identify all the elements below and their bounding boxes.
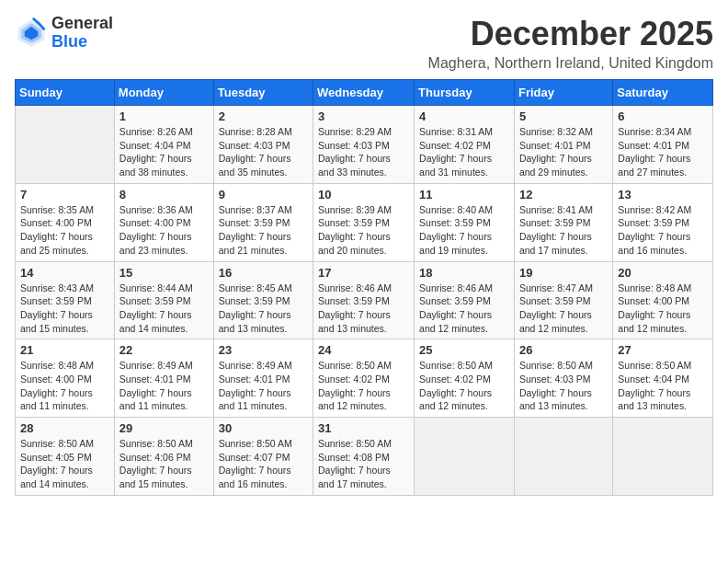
day-number: 9 bbox=[219, 188, 308, 201]
calendar-header-row: SundayMondayTuesdayWednesdayThursdayFrid… bbox=[16, 80, 713, 106]
calendar-cell: 2Sunrise: 8:28 AM Sunset: 4:03 PM Daylig… bbox=[213, 106, 313, 184]
day-info: Sunrise: 8:50 AM Sunset: 4:07 PM Dayligh… bbox=[219, 437, 308, 491]
day-number: 26 bbox=[519, 343, 608, 357]
calendar-cell: 6Sunrise: 8:34 AM Sunset: 4:01 PM Daylig… bbox=[613, 106, 713, 184]
day-info: Sunrise: 8:37 AM Sunset: 3:59 PM Dayligh… bbox=[219, 203, 308, 258]
calendar-cell: 4Sunrise: 8:31 AM Sunset: 4:02 PM Daylig… bbox=[415, 106, 515, 184]
day-number: 5 bbox=[519, 109, 608, 123]
day-info: Sunrise: 8:34 AM Sunset: 4:01 PM Dayligh… bbox=[618, 125, 708, 179]
day-number: 1 bbox=[119, 109, 209, 123]
calendar-cell: 13Sunrise: 8:42 AM Sunset: 3:59 PM Dayli… bbox=[613, 183, 713, 261]
calendar-cell: 1Sunrise: 8:26 AM Sunset: 4:04 PM Daylig… bbox=[114, 106, 213, 184]
day-number: 15 bbox=[119, 266, 209, 280]
day-info: Sunrise: 8:50 AM Sunset: 4:06 PM Dayligh… bbox=[119, 437, 209, 491]
day-number: 3 bbox=[318, 109, 409, 123]
calendar-cell bbox=[415, 418, 515, 496]
day-info: Sunrise: 8:40 AM Sunset: 3:59 PM Dayligh… bbox=[419, 203, 509, 258]
day-number: 12 bbox=[519, 188, 608, 201]
header-monday: Monday bbox=[114, 80, 213, 106]
day-info: Sunrise: 8:50 AM Sunset: 4:02 PM Dayligh… bbox=[318, 359, 409, 413]
calendar-cell: 17Sunrise: 8:46 AM Sunset: 3:59 PM Dayli… bbox=[313, 261, 415, 339]
calendar-cell: 10Sunrise: 8:39 AM Sunset: 3:59 PM Dayli… bbox=[313, 183, 415, 261]
day-info: Sunrise: 8:31 AM Sunset: 4:02 PM Dayligh… bbox=[419, 125, 509, 179]
calendar-cell: 22Sunrise: 8:49 AM Sunset: 4:01 PM Dayli… bbox=[114, 339, 213, 418]
day-number: 25 bbox=[419, 343, 509, 357]
day-number: 23 bbox=[219, 343, 308, 357]
day-number: 31 bbox=[318, 421, 409, 435]
day-number: 30 bbox=[219, 421, 308, 435]
logo-icon bbox=[15, 17, 48, 50]
calendar-cell: 21Sunrise: 8:48 AM Sunset: 4:00 PM Dayli… bbox=[16, 339, 115, 418]
month-title: December 2025 bbox=[428, 15, 713, 53]
day-number: 10 bbox=[318, 188, 409, 201]
calendar-cell: 29Sunrise: 8:50 AM Sunset: 4:06 PM Dayli… bbox=[114, 418, 213, 496]
day-number: 14 bbox=[20, 266, 109, 280]
header-thursday: Thursday bbox=[415, 80, 515, 106]
day-info: Sunrise: 8:49 AM Sunset: 4:01 PM Dayligh… bbox=[119, 359, 209, 413]
logo: General Blue bbox=[15, 15, 113, 52]
calendar-cell: 11Sunrise: 8:40 AM Sunset: 3:59 PM Dayli… bbox=[415, 183, 515, 261]
calendar-cell: 30Sunrise: 8:50 AM Sunset: 4:07 PM Dayli… bbox=[213, 418, 313, 496]
day-info: Sunrise: 8:50 AM Sunset: 4:05 PM Dayligh… bbox=[20, 437, 109, 491]
day-number: 11 bbox=[419, 188, 509, 201]
day-info: Sunrise: 8:48 AM Sunset: 4:00 PM Dayligh… bbox=[618, 282, 708, 336]
day-number: 7 bbox=[20, 188, 109, 201]
calendar-cell bbox=[613, 418, 713, 496]
day-info: Sunrise: 8:39 AM Sunset: 3:59 PM Dayligh… bbox=[318, 203, 409, 258]
header-tuesday: Tuesday bbox=[213, 80, 313, 106]
calendar-cell: 23Sunrise: 8:49 AM Sunset: 4:01 PM Dayli… bbox=[213, 339, 313, 418]
day-number: 29 bbox=[119, 421, 209, 435]
calendar-cell bbox=[514, 418, 612, 496]
calendar-cell: 25Sunrise: 8:50 AM Sunset: 4:02 PM Dayli… bbox=[415, 339, 515, 418]
calendar: SundayMondayTuesdayWednesdayThursdayFrid… bbox=[15, 79, 713, 496]
day-info: Sunrise: 8:46 AM Sunset: 3:59 PM Dayligh… bbox=[419, 282, 509, 336]
calendar-cell: 5Sunrise: 8:32 AM Sunset: 4:01 PM Daylig… bbox=[514, 106, 612, 184]
header-saturday: Saturday bbox=[613, 80, 713, 106]
calendar-cell: 3Sunrise: 8:29 AM Sunset: 4:03 PM Daylig… bbox=[313, 106, 415, 184]
day-info: Sunrise: 8:28 AM Sunset: 4:03 PM Dayligh… bbox=[219, 125, 308, 179]
day-info: Sunrise: 8:48 AM Sunset: 4:00 PM Dayligh… bbox=[20, 359, 109, 413]
day-info: Sunrise: 8:50 AM Sunset: 4:02 PM Dayligh… bbox=[419, 359, 509, 413]
day-info: Sunrise: 8:49 AM Sunset: 4:01 PM Dayligh… bbox=[219, 359, 308, 413]
day-info: Sunrise: 8:35 AM Sunset: 4:00 PM Dayligh… bbox=[20, 203, 109, 258]
location-title: Maghera, Northern Ireland, United Kingdo… bbox=[428, 55, 713, 72]
calendar-week-1: 1Sunrise: 8:26 AM Sunset: 4:04 PM Daylig… bbox=[16, 106, 713, 184]
calendar-cell bbox=[16, 106, 115, 184]
header-friday: Friday bbox=[514, 80, 612, 106]
calendar-cell: 31Sunrise: 8:50 AM Sunset: 4:08 PM Dayli… bbox=[313, 418, 415, 496]
day-number: 17 bbox=[318, 266, 409, 280]
day-info: Sunrise: 8:50 AM Sunset: 4:03 PM Dayligh… bbox=[519, 359, 608, 413]
day-number: 8 bbox=[119, 188, 209, 201]
calendar-week-2: 7Sunrise: 8:35 AM Sunset: 4:00 PM Daylig… bbox=[16, 183, 713, 261]
calendar-cell: 18Sunrise: 8:46 AM Sunset: 3:59 PM Dayli… bbox=[415, 261, 515, 339]
day-info: Sunrise: 8:32 AM Sunset: 4:01 PM Dayligh… bbox=[519, 125, 608, 179]
day-number: 28 bbox=[20, 421, 109, 435]
day-number: 6 bbox=[618, 109, 708, 123]
header-sunday: Sunday bbox=[16, 80, 115, 106]
day-info: Sunrise: 8:45 AM Sunset: 3:59 PM Dayligh… bbox=[219, 282, 308, 336]
day-number: 24 bbox=[318, 343, 409, 357]
calendar-week-5: 28Sunrise: 8:50 AM Sunset: 4:05 PM Dayli… bbox=[16, 418, 713, 496]
day-info: Sunrise: 8:44 AM Sunset: 3:59 PM Dayligh… bbox=[119, 282, 209, 336]
header-wednesday: Wednesday bbox=[313, 80, 415, 106]
day-number: 2 bbox=[219, 109, 308, 123]
day-info: Sunrise: 8:50 AM Sunset: 4:08 PM Dayligh… bbox=[318, 437, 409, 491]
day-number: 20 bbox=[618, 266, 708, 280]
day-number: 27 bbox=[618, 343, 708, 357]
calendar-cell: 19Sunrise: 8:47 AM Sunset: 3:59 PM Dayli… bbox=[514, 261, 612, 339]
calendar-cell: 14Sunrise: 8:43 AM Sunset: 3:59 PM Dayli… bbox=[16, 261, 115, 339]
calendar-cell: 8Sunrise: 8:36 AM Sunset: 4:00 PM Daylig… bbox=[114, 183, 213, 261]
day-info: Sunrise: 8:29 AM Sunset: 4:03 PM Dayligh… bbox=[318, 125, 409, 179]
calendar-cell: 7Sunrise: 8:35 AM Sunset: 4:00 PM Daylig… bbox=[16, 183, 115, 261]
calendar-cell: 26Sunrise: 8:50 AM Sunset: 4:03 PM Dayli… bbox=[514, 339, 612, 418]
title-area: December 2025 Maghera, Northern Ireland,… bbox=[428, 15, 713, 72]
calendar-cell: 27Sunrise: 8:50 AM Sunset: 4:04 PM Dayli… bbox=[613, 339, 713, 418]
calendar-cell: 15Sunrise: 8:44 AM Sunset: 3:59 PM Dayli… bbox=[114, 261, 213, 339]
day-info: Sunrise: 8:43 AM Sunset: 3:59 PM Dayligh… bbox=[20, 282, 109, 336]
day-number: 13 bbox=[618, 188, 708, 201]
day-number: 21 bbox=[20, 343, 109, 357]
calendar-cell: 24Sunrise: 8:50 AM Sunset: 4:02 PM Dayli… bbox=[313, 339, 415, 418]
day-number: 4 bbox=[419, 109, 509, 123]
day-info: Sunrise: 8:42 AM Sunset: 3:59 PM Dayligh… bbox=[618, 203, 708, 258]
day-info: Sunrise: 8:26 AM Sunset: 4:04 PM Dayligh… bbox=[119, 125, 209, 179]
